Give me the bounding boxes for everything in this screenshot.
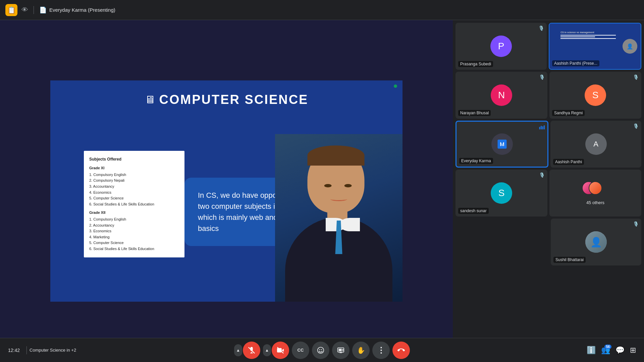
- green-dot: [394, 84, 397, 88]
- camera-button[interactable]: [272, 342, 289, 359]
- participant-tile-aashish2: 🎙️ A Aashish Panthi: [550, 121, 641, 168]
- person-image: [275, 134, 402, 302]
- mute-icon-sandhya: 🎙️: [633, 74, 639, 80]
- grade11-subjects: 1. Compulsory English 2. Compulsory Nepa…: [89, 172, 179, 207]
- avatar-sandesh: S: [491, 182, 512, 204]
- main-area: 🖥 COMPUTER SCIENCE Subjects Offered Grad…: [0, 20, 644, 362]
- others-count-label: 45 others: [586, 200, 604, 205]
- grade12-subjects: 1. Compulsory English 2. Accountancy 3. …: [89, 217, 179, 252]
- computer-icon: 🖥: [145, 94, 155, 106]
- toolbar: 12:42 Computer Science in +2 ▲ ▲: [0, 338, 644, 362]
- name-aashish2: Aashish Panthi: [553, 159, 584, 165]
- svg-rect-4: [497, 140, 506, 149]
- presentation-area: 🖥 COMPUTER SCIENCE Subjects Offered Grad…: [0, 20, 453, 362]
- avatar-sushil: 👤: [585, 231, 607, 253]
- camera-control: ▲: [263, 342, 289, 359]
- others-avatars-group: [582, 181, 609, 196]
- participants-sidebar: 🎙️ P Prasanga Subedi ✕ CS in science vs …: [453, 20, 644, 362]
- participant-tile-sushil: 🎙️ 👤 Sushil Bhattarai: [551, 219, 641, 265]
- svg-rect-0: [539, 127, 540, 130]
- avatar-narayan: N: [491, 84, 512, 106]
- name-sandhya: Sandhya Regmi: [552, 110, 585, 116]
- eye-icon[interactable]: 👁: [21, 6, 28, 14]
- name-prasanga: Prasanga Subedi: [458, 61, 493, 67]
- name-everydaykarma: Everyday Karma: [459, 158, 493, 164]
- emoji-button[interactable]: [312, 342, 329, 359]
- people-button[interactable]: 👥 56: [601, 346, 610, 355]
- name-narayan: Narayan Bhusal: [458, 110, 491, 116]
- svg-rect-1: [541, 126, 542, 130]
- toolbar-divider: [26, 346, 27, 354]
- camera-up-arrow[interactable]: ▲: [263, 344, 271, 356]
- participant-tile-narayan: 🎙️ N Narayan Bhusal: [455, 72, 547, 119]
- info-button[interactable]: ℹ️: [587, 346, 596, 355]
- app-logo: 📋: [5, 4, 17, 16]
- present-button[interactable]: [332, 342, 350, 359]
- raise-hand-button[interactable]: ✋: [352, 342, 370, 359]
- subjects-card: Subjects Offered Grade XI 1. Compulsory …: [84, 151, 184, 257]
- mic-control: ▲: [234, 342, 260, 359]
- svg-point-10: [321, 349, 322, 350]
- chat-icon: 💬: [615, 346, 625, 355]
- svg-point-9: [319, 349, 320, 350]
- chat-button[interactable]: 💬: [615, 346, 625, 355]
- slide-title: 🖥 COMPUTER SCIENCE: [50, 80, 402, 107]
- sushil-row: 🎙️ 👤 Sushil Bhattarai: [455, 219, 641, 265]
- name-sandesh: sandesh sunar: [458, 208, 489, 214]
- page-title: Everyday Karma (Presenting): [49, 7, 115, 13]
- name-sushil: Sushil Bhattarai: [553, 257, 586, 263]
- slide-title-text: COMPUTER SCIENCE: [159, 93, 309, 107]
- activities-button[interactable]: ⊞: [630, 346, 636, 355]
- end-call-button[interactable]: [392, 342, 410, 359]
- toolbar-right: ℹ️ 👥 56 💬 ⊞: [587, 346, 636, 355]
- slide: 🖥 COMPUTER SCIENCE Subjects Offered Grad…: [50, 80, 402, 302]
- logo-icon: 📋: [7, 6, 16, 14]
- avatar-prasanga: P: [490, 36, 512, 57]
- mute-icon-sandesh: 🎙️: [539, 172, 545, 178]
- top-bar: 📋 👁 📄 Everyday Karma (Presenting): [0, 0, 644, 20]
- avatar-everydaykarma: [491, 133, 513, 155]
- topbar-divider: [34, 6, 34, 14]
- participant-row-3: Everyday Karma 🎙️ A Aashish Panthi: [455, 121, 641, 168]
- toolbar-controls: ▲ ▲ CC: [234, 342, 410, 359]
- participant-row-1: 🎙️ P Prasanga Subedi ✕ CS in science vs …: [455, 23, 641, 70]
- participant-count-badge: 56: [604, 345, 611, 349]
- speaking-icon-everydaykarma: [539, 124, 545, 132]
- name-aashish-presenting: Aashish Panthi (Prese...: [552, 60, 599, 66]
- avatar-aashish2: A: [585, 133, 607, 155]
- captions-button[interactable]: CC: [292, 342, 309, 359]
- participant-tile-everydaykarma: Everyday Karma: [455, 121, 548, 168]
- participant-tile-others[interactable]: 45 others: [549, 170, 641, 217]
- participant-tile-aashish-presenting: ✕ CS in science vs management 👤 Aashish …: [549, 23, 641, 70]
- svg-rect-3: [544, 125, 545, 129]
- svg-rect-7: [277, 348, 282, 352]
- participant-tile-sandesh: 🎙️ S sandesh sunar: [455, 170, 547, 217]
- more-options-button[interactable]: ⋮: [372, 342, 390, 359]
- activities-icon: ⊞: [630, 346, 636, 355]
- mute-icon-sushil: 🎙️: [633, 221, 639, 227]
- info-icon: ℹ️: [587, 346, 596, 355]
- mute-icon-narayan: 🎙️: [539, 74, 545, 80]
- svg-rect-2: [542, 126, 543, 129]
- mute-icon-prasanga: 🎙️: [538, 25, 544, 31]
- participant-tile-prasanga: 🎙️ P Prasanga Subedi: [455, 23, 547, 70]
- participant-tile-sandhya: 🎙️ S Sandhya Regmi: [549, 72, 641, 119]
- avatar-sandhya: S: [585, 84, 606, 106]
- mute-button[interactable]: [243, 342, 260, 359]
- mic-up-arrow[interactable]: ▲: [234, 344, 242, 356]
- svg-rect-14: [339, 349, 342, 351]
- grade12-label: Grade XII: [89, 210, 179, 216]
- meeting-name: Computer Science in +2: [30, 348, 76, 353]
- doc-icon: 📄: [39, 6, 47, 14]
- participant-row-4: 🎙️ S sandesh sunar 45 others: [455, 170, 641, 217]
- others-avatar-2: [589, 181, 602, 195]
- presenter-avatar: 👤: [623, 39, 637, 54]
- grade11-label: Grade XI: [89, 165, 179, 171]
- participant-row-2: 🎙️ N Narayan Bhusal 🎙️ S Sandhya Regmi: [455, 72, 641, 119]
- slide-container: 🖥 COMPUTER SCIENCE Subjects Offered Grad…: [0, 20, 453, 362]
- mute-icon-aashish2: 🎙️: [633, 123, 639, 129]
- time-display: 12:42: [8, 348, 20, 353]
- card-heading: Subjects Offered: [89, 156, 179, 163]
